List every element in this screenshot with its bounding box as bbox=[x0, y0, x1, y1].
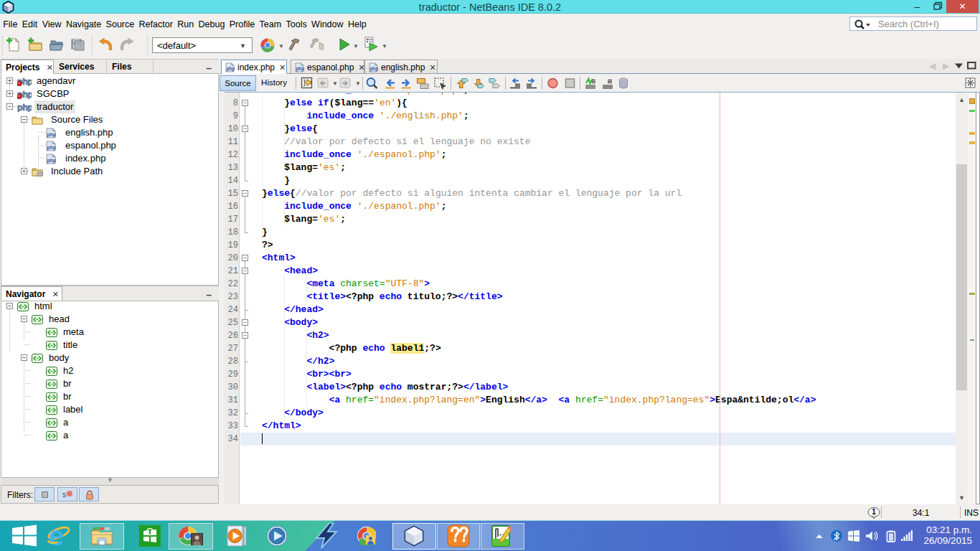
svg-text:php: php bbox=[17, 103, 32, 112]
svg-text:php: php bbox=[226, 66, 235, 72]
svg-text:php: php bbox=[47, 132, 57, 138]
svg-text:php: php bbox=[369, 66, 378, 72]
svg-text:php: php bbox=[47, 145, 57, 151]
svg-text:1: 1 bbox=[872, 508, 876, 516]
svg-text:e: e bbox=[49, 524, 64, 548]
svg-text:php: php bbox=[47, 158, 57, 164]
svg-text:php: php bbox=[296, 66, 304, 72]
